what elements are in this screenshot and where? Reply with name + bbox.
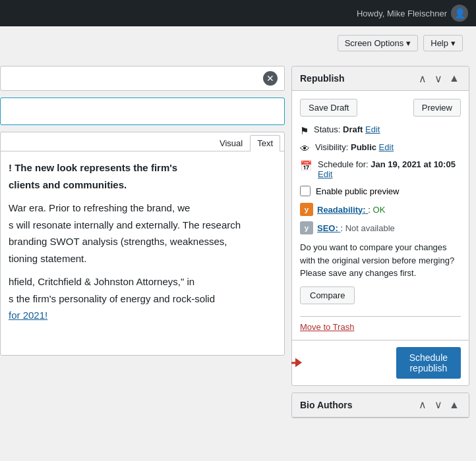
status-value: Draft xyxy=(343,124,363,134)
collapse-down-button[interactable]: ∨ xyxy=(432,72,445,85)
preview-button[interactable]: Preview xyxy=(413,99,461,117)
republish-meta-box: Republish ∧ ∨ ▲ Save Draft Preview xyxy=(291,66,469,386)
action-buttons: Save Draft Preview xyxy=(300,99,461,117)
red-arrow-container xyxy=(291,362,297,364)
help-label: Help xyxy=(431,38,448,48)
republish-meta-box-header: Republish ∧ ∨ ▲ xyxy=(292,67,469,91)
editor-tabs: Visual Text xyxy=(1,132,284,151)
save-draft-label: Save Draft xyxy=(309,103,349,113)
visibility-value: Public xyxy=(351,142,376,152)
bio-authors-controls: ∧ ∨ ▲ xyxy=(416,398,461,412)
schedule-republish-label: Schedule republish xyxy=(409,352,448,373)
year-link[interactable]: for 2021! xyxy=(9,310,47,321)
calendar-icon: 📅 xyxy=(300,160,312,172)
schedule-republish-button[interactable]: Schedule republish xyxy=(396,347,461,379)
move-to-trash-link[interactable]: Move to Trash xyxy=(300,322,354,332)
close-meta-box-button[interactable]: ▲ xyxy=(448,72,461,85)
eye-icon: 👁 xyxy=(300,143,310,154)
editor-content: ! The new look represents the firm's cli… xyxy=(1,151,284,339)
admin-user-greeting: Howdy, Mike Fleischner 👤 xyxy=(357,5,468,22)
user-avatar: 👤 xyxy=(451,5,468,22)
republish-meta-box-body: Save Draft Preview ⚑ Status: Draft Edit xyxy=(292,91,469,340)
text-tab-label: Text xyxy=(257,138,273,148)
compare-note: Do you want to compare your changes with… xyxy=(300,241,461,280)
enable-preview-label: Enable public preview xyxy=(316,186,399,196)
status-row: ⚑ Status: Draft Edit xyxy=(300,124,461,137)
svg-text:y: y xyxy=(305,205,309,213)
tab-visual[interactable]: Visual xyxy=(212,135,250,151)
yoast-seo-icon: y xyxy=(300,221,313,234)
status-edit-link[interactable]: Edit xyxy=(365,124,380,134)
status-text: Status: Draft Edit xyxy=(314,124,380,134)
readability-value: OK xyxy=(373,205,386,215)
screen-options-button[interactable]: Screen Options ▾ xyxy=(338,35,419,51)
enable-preview-checkbox[interactable] xyxy=(300,186,311,196)
red-arrow-line xyxy=(291,362,297,364)
red-arrow-head xyxy=(295,358,302,367)
tab-text[interactable]: Text xyxy=(250,135,280,151)
bio-authors-close[interactable]: ▲ xyxy=(448,398,461,412)
content-para-1: ! The new look represents the firm's cli… xyxy=(9,159,276,193)
readability-link[interactable]: Readability: xyxy=(317,205,368,215)
sub-header: Screen Options ▾ Help ▾ xyxy=(0,26,476,59)
schedule-republish-area: Schedule republish xyxy=(292,340,469,385)
title-input-area[interactable] xyxy=(0,97,285,125)
close-search-button[interactable]: ✕ xyxy=(263,71,278,86)
visibility-text: Visibility: Public Edit xyxy=(315,142,394,152)
svg-text:y: y xyxy=(305,223,309,232)
bio-authors-collapse-up[interactable]: ∧ xyxy=(416,398,429,412)
seo-link[interactable]: SEO: xyxy=(317,223,340,233)
flag-icon: ⚑ xyxy=(300,125,309,137)
save-draft-button[interactable]: Save Draft xyxy=(300,99,357,117)
readability-text: Readability: : OK xyxy=(317,205,385,215)
schedule-edit-link[interactable]: Edit xyxy=(318,169,332,179)
bio-authors-header: Bio Authors ∧ ∨ ▲ xyxy=(292,393,469,418)
admin-bar: Howdy, Mike Fleischner 👤 xyxy=(0,0,476,26)
help-button[interactable]: Help ▾ xyxy=(423,35,463,51)
content-para-3: hfield, Critchfield & Johnston Attorneys… xyxy=(9,273,276,324)
meta-box-controls: ∧ ∨ ▲ xyxy=(416,72,461,85)
search-bar: ✕ xyxy=(0,66,285,91)
main-content: ✕ Visual Text ! The new look represents … xyxy=(0,59,476,461)
schedule-text: Schedule for: Jan 19, 2021 at 10:05 Edit xyxy=(318,159,456,179)
enable-preview-row: Enable public preview xyxy=(300,186,461,196)
collapse-up-button[interactable]: ∧ xyxy=(416,72,429,85)
schedule-row: 📅 Schedule for: Jan 19, 2021 at 10:05 Ed… xyxy=(300,159,461,179)
close-icon: ✕ xyxy=(266,73,274,84)
visual-tab-label: Visual xyxy=(220,138,243,148)
screen-options-label: Screen Options xyxy=(345,38,404,48)
visibility-row: 👁 Visibility: Public Edit xyxy=(300,142,461,154)
seo-value: Not available xyxy=(345,223,395,233)
divider xyxy=(300,316,461,317)
greeting-text: Howdy, Mike Fleischner xyxy=(357,9,447,18)
editor-tabs-area: Visual Text ! The new look represents th… xyxy=(0,132,285,356)
seo-text: SEO: : Not available xyxy=(317,223,395,233)
screen-options-chevron-icon: ▾ xyxy=(406,38,411,48)
readability-row: y Readability: : OK xyxy=(300,203,461,216)
compare-button[interactable]: Compare xyxy=(300,286,355,304)
republish-title: Republish xyxy=(300,73,345,84)
sidebar: Republish ∧ ∨ ▲ Save Draft Preview xyxy=(291,59,476,461)
visibility-edit-link[interactable]: Edit xyxy=(379,142,394,152)
content-para-2: War era. Prior to refreshing the brand, … xyxy=(9,200,276,267)
trash-label: Move to Trash xyxy=(300,322,354,332)
preview-label: Preview xyxy=(422,103,452,113)
bio-authors-meta-box: Bio Authors ∧ ∨ ▲ xyxy=(291,393,469,418)
help-chevron-icon: ▾ xyxy=(451,38,456,48)
seo-row: y SEO: : Not available xyxy=(300,221,461,234)
schedule-value: Jan 19, 2021 at 10:05 xyxy=(371,159,456,169)
bio-authors-title: Bio Authors xyxy=(300,400,353,410)
bio-authors-collapse-down[interactable]: ∨ xyxy=(432,398,445,412)
compare-label: Compare xyxy=(310,290,345,300)
editor-area: ✕ Visual Text ! The new look represents … xyxy=(0,59,291,461)
yoast-readability-icon: y xyxy=(300,203,313,216)
